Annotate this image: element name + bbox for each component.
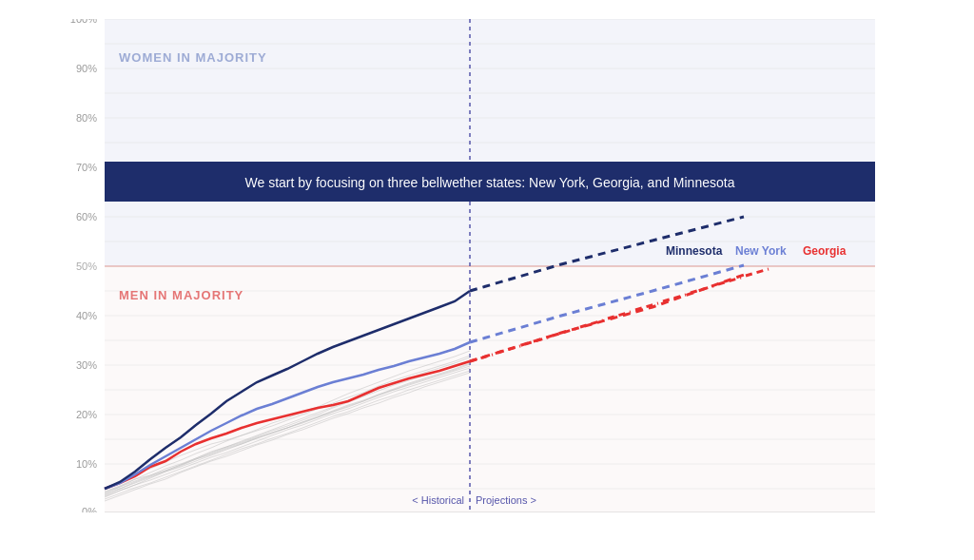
svg-text:20%: 20% — [76, 409, 97, 420]
svg-text:70%: 70% — [76, 162, 97, 173]
svg-text:30%: 30% — [76, 359, 97, 371]
svg-text:60%: 60% — [76, 211, 97, 222]
svg-text:90%: 90% — [76, 63, 97, 74]
projections-label: Projections > — [476, 494, 536, 506]
women-majority-label: WOMEN IN MAJORITY — [119, 50, 267, 65]
legend-georgia: Georgia — [803, 244, 847, 258]
historical-label: < Historical — [412, 494, 464, 506]
legend-newyork: New York — [735, 244, 787, 258]
legend-minnesota: Minnesota — [666, 244, 723, 258]
svg-text:50%: 50% — [76, 261, 97, 272]
svg-text:40%: 40% — [76, 310, 97, 321]
svg-text:80%: 80% — [76, 112, 97, 124]
banner-text: We start by focusing on three bellwether… — [245, 175, 735, 190]
svg-text:10%: 10% — [76, 458, 97, 470]
svg-text:0%: 0% — [82, 506, 97, 512]
men-majority-label: MEN IN MAJORITY — [119, 288, 244, 302]
chart-container: 100% 90% 80% 70% 60% 50% 40% 30% 20% 10%… — [0, 0, 974, 560]
svg-rect-1 — [105, 266, 875, 512]
svg-text:100%: 100% — [70, 19, 97, 25]
chart-svg: 100% 90% 80% 70% 60% 50% 40% 30% 20% 10%… — [67, 19, 917, 512]
